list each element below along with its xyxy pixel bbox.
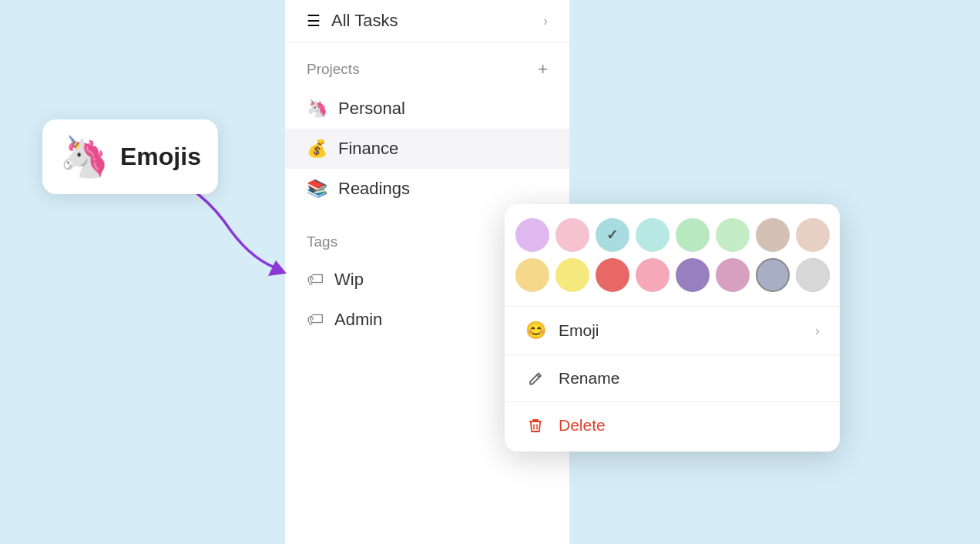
- all-tasks-chevron-icon: ›: [543, 13, 548, 29]
- wip-tag-icon: 🏷: [307, 270, 324, 290]
- admin-tag-icon: 🏷: [307, 310, 324, 330]
- svg-rect-1: [529, 421, 542, 422]
- color-option-brown-light[interactable]: [756, 218, 790, 252]
- rename-menu-label: Rename: [559, 369, 619, 388]
- all-tasks-icon: ☰: [307, 12, 321, 30]
- emojis-tooltip-card: 🦄 Emojis: [42, 119, 218, 194]
- readings-project-label: Readings: [338, 179, 410, 199]
- all-tasks-left: ☰ All Tasks: [307, 11, 398, 31]
- color-option-blue-gray[interactable]: [756, 258, 790, 292]
- menu-item-rename[interactable]: Rename: [505, 355, 840, 401]
- color-option-orange-light[interactable]: [515, 258, 549, 292]
- menu-item-emoji[interactable]: 😊 Emoji ›: [505, 307, 840, 354]
- tags-section-title: Tags: [307, 233, 337, 250]
- menu-item-delete[interactable]: Delete: [505, 402, 840, 448]
- context-menu: 😊 Emoji › Rename Delete: [505, 204, 840, 452]
- all-tasks-row[interactable]: ☰ All Tasks ›: [285, 0, 569, 42]
- color-option-teal-selected[interactable]: [596, 218, 629, 252]
- color-option-rose-light[interactable]: [636, 258, 670, 292]
- svg-rect-2: [532, 419, 539, 421]
- color-option-gray-light[interactable]: [796, 258, 830, 292]
- projects-section-header: Projects +: [285, 42, 569, 89]
- readings-emoji-icon: 📚: [307, 179, 327, 199]
- color-picker-grid: [505, 218, 840, 306]
- admin-tag-label: Admin: [334, 310, 382, 330]
- wip-tag-label: Wip: [334, 270, 364, 290]
- rename-menu-icon: [525, 371, 546, 386]
- sidebar-item-finance[interactable]: 💰 Finance: [285, 129, 569, 169]
- add-project-button[interactable]: +: [538, 59, 548, 79]
- all-tasks-label: All Tasks: [331, 11, 398, 31]
- finance-project-label: Finance: [338, 139, 398, 159]
- sidebar-item-readings[interactable]: 📚 Readings: [285, 169, 569, 209]
- color-option-red-medium[interactable]: [596, 258, 629, 292]
- color-option-peach[interactable]: [796, 218, 830, 252]
- color-option-purple-light[interactable]: [515, 218, 549, 252]
- color-option-green-medium[interactable]: [716, 218, 750, 252]
- finance-emoji-icon: 💰: [307, 139, 327, 159]
- emojis-card-emoji-icon: 🦄: [59, 133, 109, 180]
- emoji-menu-icon: 😊: [525, 321, 546, 341]
- color-option-pink-light[interactable]: [555, 218, 589, 252]
- projects-section-title: Projects: [307, 61, 360, 78]
- color-option-mint[interactable]: [636, 218, 670, 252]
- color-option-green-light[interactable]: [676, 218, 710, 252]
- personal-emoji-icon: 🦄: [307, 99, 327, 119]
- color-option-yellow-light[interactable]: [555, 258, 589, 292]
- color-option-mauve[interactable]: [716, 258, 750, 292]
- delete-menu-label: Delete: [559, 416, 606, 435]
- emoji-chevron-icon: ›: [815, 323, 820, 339]
- emojis-card-label: Emojis: [120, 143, 201, 171]
- personal-project-label: Personal: [338, 99, 405, 119]
- sidebar-item-personal[interactable]: 🦄 Personal: [285, 89, 569, 129]
- color-option-purple-dark[interactable]: [676, 258, 710, 292]
- svg-marker-0: [268, 260, 287, 276]
- emoji-menu-label: Emoji: [559, 321, 599, 340]
- delete-menu-icon: [525, 417, 546, 434]
